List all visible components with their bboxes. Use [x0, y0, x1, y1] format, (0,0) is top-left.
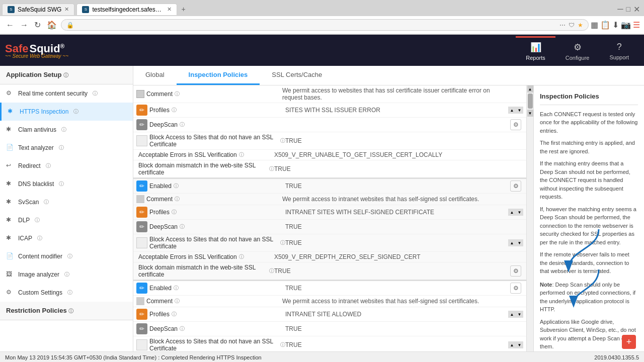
policy-row-profiles-3: ✏ Profiles ⓘ INTRANET SITE ALLOWED ▲ ▼: [133, 307, 526, 322]
policy-row-profiles-1: ✏ Profiles ⓘ SITES WITH SSL ISSUER ERROR…: [133, 103, 526, 118]
scroll-up-profiles-3[interactable]: ▲: [508, 311, 516, 318]
settings-gear-d2[interactable]: ⚙: [510, 265, 521, 277]
tab-title-1: SafeSquid SWG: [18, 6, 61, 13]
edit-btn-profiles-2[interactable]: ✏: [136, 207, 147, 218]
back-button[interactable]: ←: [4, 19, 16, 32]
settings-enabled-3: ⚙: [508, 283, 523, 294]
camera-icon[interactable]: 📷: [621, 20, 631, 30]
image-icon: 🖼: [6, 270, 14, 279]
firefox-menu-icon[interactable]: ☰: [633, 20, 640, 30]
tab-close-1[interactable]: ✕: [64, 6, 69, 13]
checkbox-1[interactable]: [136, 90, 144, 98]
sidebar-item-realtime[interactable]: ⚙ Real time content security ⓘ: [0, 84, 133, 103]
nav-reports[interactable]: 📊 Reports: [516, 36, 555, 65]
scroll-down-btn-2[interactable]: ▼: [516, 209, 523, 216]
label-profiles-1: Profiles ⓘ: [149, 107, 285, 114]
sidebar-item-svscan[interactable]: ✱ SvScan ⓘ: [0, 193, 133, 211]
address-bar[interactable]: 🔒 safesquid.cfg ⋯ 🛡 ★: [61, 19, 589, 31]
browser-close[interactable]: ✕: [633, 5, 640, 14]
sidebar-item-image[interactable]: 🖼 Image analyzer ⓘ: [0, 265, 133, 284]
block-checkbox-1[interactable]: [136, 135, 147, 146]
edit-btn-profiles-1[interactable]: ✏: [136, 105, 147, 116]
browser-maximize[interactable]: □: [626, 5, 630, 13]
settings-gear-e2[interactable]: ⚙: [510, 180, 521, 192]
sidebar-item-dns[interactable]: ✱ DNS blacklist ⓘ: [0, 175, 133, 193]
scrollbar-up-btn[interactable]: ▲: [527, 85, 533, 93]
download-icon[interactable]: ⬇: [612, 20, 619, 30]
settings-gear-1[interactable]: ⚙: [510, 119, 521, 130]
scroll-down-profiles-3[interactable]: ▼: [516, 311, 523, 318]
tab-safesquid[interactable]: S SafeSquid SWG ✕: [2, 4, 74, 15]
content-area: Global Inspection Policies SSL Certs/Cac…: [133, 66, 644, 351]
scroll-up-block-2[interactable]: ▲: [508, 239, 516, 246]
policy-row-enabled-2: ✏ Enabled ⓘ TRUE ⚙: [133, 179, 526, 194]
clam-label: Clam antivirus: [18, 126, 56, 133]
scrollbar-thumb[interactable]: [528, 94, 533, 109]
more-icon[interactable]: ⋯: [559, 22, 566, 29]
vertical-scrollbar: ▲ ▼: [526, 85, 533, 351]
controls-enabled-2: ✏: [136, 180, 147, 192]
image-label: Image analyzer: [18, 271, 59, 278]
comment-help-3: ⓘ: [175, 298, 180, 305]
image-help: ⓘ: [64, 271, 69, 278]
edit-btn-profiles-3[interactable]: ✏: [136, 309, 147, 320]
section1-help[interactable]: ⓘ: [63, 72, 68, 78]
tab-ssl-certs[interactable]: SSL Certs/Cache: [260, 66, 334, 85]
browser-minimize[interactable]: ─: [617, 5, 623, 14]
tab-favicon-2: S: [82, 6, 89, 13]
label-enabled-2: Enabled ⓘ: [149, 183, 285, 190]
content-icon: 📄: [6, 252, 14, 260]
scrollbar-down-btn[interactable]: ▼: [527, 110, 533, 117]
tab-testselfsinged[interactable]: S testselfsingedcert.safesquid.local/ ✕: [76, 4, 177, 15]
scroll-up-btn-2[interactable]: ▲: [508, 209, 516, 216]
checkbox-2[interactable]: [136, 195, 144, 203]
controls-deepscan-3: ✏: [136, 323, 147, 334]
grid-icon[interactable]: ▦: [591, 20, 598, 30]
value-errors-2: X509_V_ERR_DEPTH_ZERO_SELF_SIGNED_CERT: [274, 253, 508, 260]
block-checkbox-3[interactable]: [136, 339, 147, 350]
section2-help[interactable]: ⓘ: [68, 308, 73, 314]
home-button[interactable]: 🏠: [45, 18, 59, 32]
section1-title: Application Setup: [6, 71, 62, 78]
scroll-down-block-3[interactable]: ▼: [516, 341, 523, 348]
sidebar-item-https[interactable]: ✱ HTTPS Inspection ⓘ: [0, 103, 133, 121]
settings-gear-e3[interactable]: ⚙: [510, 283, 521, 294]
checkbox-3[interactable]: [136, 297, 144, 305]
bookmark-icon[interactable]: ★: [578, 22, 583, 29]
tab-close-2[interactable]: ✕: [167, 6, 172, 13]
sidebar-item-icap[interactable]: ✱ ICAP ⓘ: [0, 229, 133, 247]
gear-domain-2: ⚙: [508, 265, 523, 277]
sidebar-item-dlp[interactable]: ✱ DLP ⓘ: [0, 211, 133, 229]
tab-global[interactable]: Global: [133, 66, 177, 85]
tab-inspection-policies[interactable]: Inspection Policies: [177, 66, 260, 85]
sidebar-item-clam[interactable]: ✱ Clam antivirus ⓘ: [0, 121, 133, 139]
enabled-btn-3[interactable]: ✏: [136, 283, 147, 294]
sidebar-item-custom[interactable]: ⚙ Custom Settings ⓘ: [0, 284, 133, 302]
address-input[interactable]: safesquid.cfg: [77, 21, 556, 29]
edit-btn-deepscan-1[interactable]: ✏: [136, 119, 147, 130]
sidebar-toggle-icon[interactable]: 📋: [600, 20, 610, 30]
nav-support[interactable]: ? Support: [599, 36, 639, 65]
value-errors-1: X509_V_ERR_UNABLE_TO_GET_ISSUER_CERT_LOC…: [274, 151, 508, 158]
scroll-up-block-3[interactable]: ▲: [508, 341, 516, 348]
label-profiles-2: Profiles ⓘ: [149, 209, 285, 216]
refresh-button[interactable]: ↻: [32, 18, 43, 32]
scroll-up-btn-1[interactable]: ▲: [508, 107, 516, 114]
content-wrapper: Comment ⓘ We permit access to websites t…: [133, 85, 644, 351]
sidebar-item-content[interactable]: 📄 Content modifier ⓘ: [0, 247, 133, 265]
edit-btn-deepscan-2[interactable]: ✏: [136, 221, 147, 232]
edit-btn-deepscan-3[interactable]: ✏: [136, 323, 147, 334]
scroll-down-block-2[interactable]: ▼: [516, 239, 523, 246]
label-domain-1: Block domain mismatch in the web-site SS…: [138, 162, 274, 176]
value-domain-1: TRUE: [274, 165, 508, 172]
sidebar-item-redirect[interactable]: ↩ Redirect ⓘ: [0, 157, 133, 175]
forward-button[interactable]: →: [18, 19, 30, 32]
enabled-btn-2[interactable]: ✏: [136, 180, 147, 192]
add-policy-button[interactable]: +: [622, 335, 636, 349]
block-checkbox-2[interactable]: [136, 237, 147, 248]
shield-icon[interactable]: 🛡: [569, 22, 575, 29]
scroll-down-btn-1[interactable]: ▼: [516, 107, 523, 114]
nav-configure[interactable]: ⚙ Configure: [555, 36, 600, 65]
sidebar-item-text[interactable]: 📄 Text analyzer ⓘ: [0, 139, 133, 157]
new-tab-button[interactable]: +: [177, 3, 189, 15]
